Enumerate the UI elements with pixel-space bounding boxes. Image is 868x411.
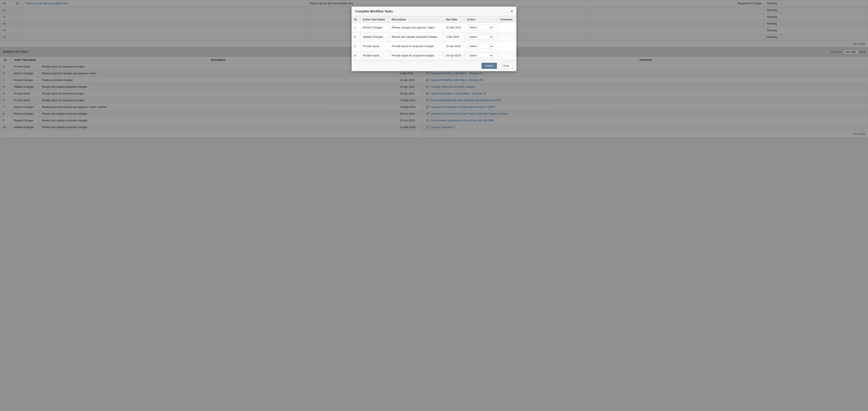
modal-cell-comment [498, 23, 516, 32]
modal-cell-task: Provide Inputs [361, 42, 389, 51]
modal-title: Complete Workflow Tasks [355, 9, 393, 13]
modal-col-task: Active Task Name [361, 16, 389, 23]
modal-cell-sr: 5 [352, 42, 361, 51]
modal-close-button[interactable]: × [511, 9, 513, 13]
modal-table-row: 4 Validate Changes Review and validate p… [352, 32, 516, 42]
modal-cell-sr: 6 [352, 51, 361, 60]
modal-table-header: Sr. Active Task Name Description Due Dat… [352, 16, 516, 23]
modal-cell-task: Review Changes [361, 23, 389, 32]
modal-cell-action[interactable]: SelectApproveReject [465, 42, 498, 51]
modal-cell-description: Provide inputs for proposed changes [389, 42, 443, 51]
modal-cell-sr: 4 [352, 32, 361, 42]
modal-cell-description: Provide inputs for proposed changes [389, 51, 443, 60]
modal-col-due-date: Due Date [444, 16, 465, 23]
modal-cell-comment [498, 51, 516, 60]
action-select[interactable]: SelectApproveReject [467, 25, 493, 30]
modal-body: Sr. Active Task Name Description Due Dat… [352, 16, 516, 60]
modal-col-comment: Comment [498, 16, 516, 23]
modal-cell-sr: 2 [352, 23, 361, 32]
modal-col-sr: Sr. [352, 16, 361, 23]
modal-table-row: 2 Review Changes Review changes and appr… [352, 23, 516, 32]
modal-cell-action[interactable]: SelectApproveReject [465, 32, 498, 42]
modal-cell-due-date: 1-Apr-2019 [444, 32, 465, 42]
modal-col-action: Action [465, 16, 498, 23]
modal-cell-comment [498, 32, 516, 42]
modal-cell-task: Provide Inputs [361, 51, 389, 60]
action-select[interactable]: SelectApproveReject [467, 34, 493, 40]
modal-cell-comment [498, 42, 516, 51]
page-wrapper: 38 💬 Please can we add some details here… [0, 0, 868, 411]
action-select[interactable]: SelectApproveReject [467, 43, 493, 49]
close-button[interactable]: Close [499, 63, 513, 69]
modal-col-description: Description [389, 16, 443, 23]
modal-table-row: 5 Provide Inputs Provide inputs for prop… [352, 42, 516, 51]
modal-cell-action[interactable]: SelectApproveReject [465, 23, 498, 32]
modal-cell-description: Review changes and approve / reject [389, 23, 443, 32]
modal-overlay[interactable]: Complete Workflow Tasks × Sr. Active Tas… [0, 0, 868, 411]
modal-dialog: Complete Workflow Tasks × Sr. Active Tas… [351, 6, 517, 71]
submit-button[interactable]: Submit [482, 63, 497, 69]
modal-cell-description: Review and validate proposed changes [389, 32, 443, 42]
modal-table-row: 6 Provide Inputs Provide inputs for prop… [352, 51, 516, 60]
modal-cell-action[interactable]: SelectApproveReject [465, 51, 498, 60]
action-select[interactable]: SelectApproveReject [467, 53, 493, 58]
modal-cell-due-date: 22-Apr-2019 [444, 42, 465, 51]
modal-footer: Submit Close [352, 60, 516, 71]
modal-tasks-table: Sr. Active Task Name Description Due Dat… [352, 16, 516, 60]
modal-cell-due-date: 24-Apr-2019 [444, 51, 465, 60]
modal-cell-due-date: 31-Mar-2019 [444, 23, 465, 32]
modal-cell-task: Validate Changes [361, 32, 389, 42]
modal-header: Complete Workflow Tasks × [352, 7, 516, 16]
